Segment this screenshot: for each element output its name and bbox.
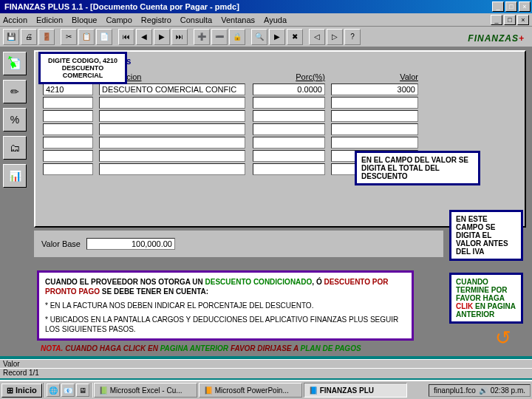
toolbar: 💾 🖨 🚪 ✂ 📋 📄 ⏮ ◀ ▶ ⏭ ➕ ➖ 🔒 🔍 ▶ ✖ ◁ ▷ ? (0, 27, 532, 47)
windows-icon: ⊞ (7, 386, 13, 395)
valor-base-panel: Valor Base (34, 231, 443, 257)
sidebar-icons: 📄 ✏ % 🗂 📊 (3, 52, 30, 188)
app-icon: 📘 (309, 386, 318, 395)
query-icon[interactable]: 🔍 (251, 29, 267, 45)
descripcion-input[interactable] (99, 150, 245, 162)
menu-ventanas[interactable]: Ventanas (221, 16, 255, 24)
porc-input[interactable] (253, 163, 325, 175)
speaker-icon[interactable]: 🔊 (479, 386, 488, 395)
valor-input[interactable] (331, 97, 418, 109)
annotation-termine: CUANDO TERMINE POR FAVOR HAGA CLIK EN PA… (449, 273, 523, 324)
cut-icon[interactable]: ✂ (61, 29, 77, 45)
save-icon[interactable]: 💾 (3, 29, 19, 45)
insert-icon[interactable]: ➕ (194, 29, 210, 45)
sidebar-edit-icon[interactable]: ✏ (3, 80, 27, 103)
mdi-maximize-button[interactable]: □ (504, 15, 516, 25)
run-icon[interactable]: ▶ (269, 29, 285, 45)
finanzas-logo: FINANZAS+ (468, 33, 525, 44)
quicklaunch-icon[interactable]: 🌐 (47, 383, 60, 397)
mdi-area: ➷ 📄 ✏ % 🗂 📊 Cargos Deducciones Concepto … (0, 47, 532, 356)
task-finanzas[interactable]: 📘FINANZAS PLU (304, 383, 407, 398)
valor-input[interactable] (331, 110, 418, 122)
descripcion-input[interactable] (99, 83, 245, 95)
maximize-button[interactable]: □ (505, 1, 517, 12)
concepto-input[interactable] (43, 97, 93, 109)
menubar: Accion Edicion Bloque Campo Registro Con… (0, 13, 532, 27)
page-next-icon[interactable]: ▷ (327, 29, 343, 45)
last-icon[interactable]: ⏭ (171, 29, 188, 45)
sidebar-sheet-icon[interactable]: 📊 (3, 164, 27, 188)
exit-icon[interactable]: 🚪 (38, 29, 55, 45)
annotation-codigo: DIGITE CODIGO, 4210 DESCUENTO COMERCIAL (38, 52, 127, 84)
mdi-minimize-button[interactable]: _ (491, 15, 502, 25)
task-excel[interactable]: 📗Microsoft Excel - Cu... (94, 383, 197, 398)
col-porc-header: Porc(%) (251, 72, 325, 81)
quicklaunch-icon[interactable]: 🖥 (76, 383, 89, 397)
powerpoint-icon: 📙 (204, 386, 213, 395)
menu-edicion[interactable]: Edicion (36, 16, 63, 24)
valor-input[interactable] (331, 123, 418, 135)
excel-icon: 📗 (99, 386, 108, 395)
grid-row (43, 110, 517, 122)
annotation-valor: EN EL CAMPO DEL VALOR SE DIGITA EL TOTAL… (355, 151, 480, 185)
app-titlebar: FINANZAS PLUS 1.1 - [Documento Cuenta po… (0, 0, 532, 13)
descripcion-input[interactable] (99, 137, 245, 149)
descripcion-input[interactable] (99, 97, 245, 109)
clock: 02:38 p.m. (491, 386, 525, 395)
concepto-input[interactable] (43, 110, 93, 122)
print-icon[interactable]: 🖨 (21, 29, 37, 45)
valor-base-label: Valor Base (41, 239, 81, 248)
nota-line: NOTA. CUANDO HAGA CLICK EN PAGINA ANTERI… (41, 344, 361, 352)
paste-icon[interactable]: 📄 (96, 29, 112, 45)
menu-campo[interactable]: Campo (106, 16, 132, 24)
valor-input[interactable] (331, 137, 418, 149)
concepto-input[interactable] (43, 150, 93, 162)
descripcion-input[interactable] (99, 123, 245, 135)
system-tray: finanplu1.fco 🔊 02:38 p.m. (429, 384, 531, 397)
quicklaunch-icon[interactable]: 📧 (61, 383, 75, 397)
delete-icon[interactable]: ➖ (211, 29, 228, 45)
taskbar: ⊞ Inicio 🌐 📧 🖥 📗Microsoft Excel - Cu... … (0, 380, 532, 399)
cancel-icon[interactable]: ✖ (287, 29, 303, 45)
close-button[interactable]: × (519, 1, 531, 12)
status-record: Record 1/1 (3, 369, 39, 378)
col-valor-header: Valor (330, 72, 418, 81)
menu-bloque[interactable]: Bloque (72, 16, 97, 24)
lock-icon[interactable]: 🔒 (229, 29, 245, 45)
menu-registro[interactable]: Registro (141, 16, 171, 24)
descripcion-input[interactable] (99, 163, 245, 175)
concepto-input[interactable] (43, 83, 93, 95)
orange-arrow-icon: ↺ (495, 327, 511, 349)
porc-input[interactable] (253, 123, 325, 135)
task-powerpoint[interactable]: 📙Microsoft PowerPoin... (199, 383, 302, 398)
annotation-iva: EN ESTE CAMPO SE DIGITA EL VALOR ANTES D… (449, 210, 523, 261)
concepto-input[interactable] (43, 123, 93, 135)
porc-input[interactable] (253, 137, 325, 149)
first-icon[interactable]: ⏮ (118, 29, 134, 45)
porc-input[interactable] (253, 110, 325, 122)
annotation-proveedor: CUANDO EL PROVEEDOR NOS OTORGA UN DESCUE… (37, 270, 414, 341)
page-prev-icon[interactable]: ◁ (309, 29, 325, 45)
valor-input[interactable] (331, 83, 418, 95)
concepto-input[interactable] (43, 137, 93, 149)
prev-icon[interactable]: ◀ (136, 29, 152, 45)
mdi-close-button[interactable]: × (517, 15, 529, 25)
valor-base-input[interactable] (86, 238, 175, 250)
copy-icon[interactable]: 📋 (78, 29, 95, 45)
sidebar-cards-icon[interactable]: 🗂 (3, 136, 27, 160)
menu-ayuda[interactable]: Ayuda (264, 16, 287, 24)
menu-consulta[interactable]: Consulta (180, 16, 212, 24)
descripcion-input[interactable] (99, 110, 245, 122)
sidebar-percent-icon[interactable]: % (3, 108, 27, 132)
porc-input[interactable] (253, 97, 325, 109)
statusbar-2: Record 1/1 (0, 368, 532, 378)
minimize-button[interactable]: _ (492, 1, 504, 12)
concepto-input[interactable] (43, 163, 93, 175)
next-icon[interactable]: ▶ (154, 29, 170, 45)
porc-input[interactable] (253, 83, 325, 95)
menu-accion[interactable]: Accion (3, 16, 27, 24)
grid-row (43, 83, 517, 95)
porc-input[interactable] (253, 150, 325, 162)
help-icon[interactable]: ? (344, 29, 361, 45)
start-button[interactable]: ⊞ Inicio (1, 383, 42, 398)
